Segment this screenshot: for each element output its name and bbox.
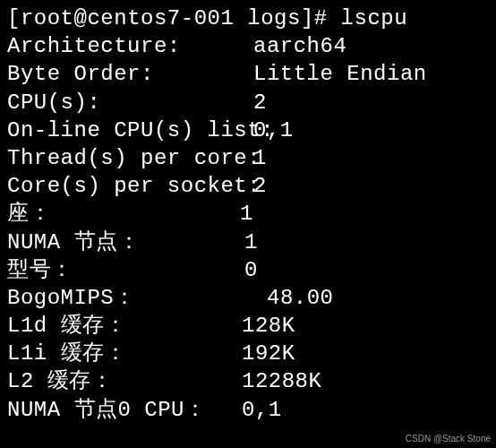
output-label: Thread(s) per core:: [7, 144, 253, 172]
prompt-host: centos7-001: [87, 6, 234, 30]
output-value: 0: [244, 256, 496, 284]
output-row: CPU(s):2: [7, 89, 496, 116]
output-label: 座：: [7, 200, 240, 228]
output-label: Core(s) per socket:: [7, 172, 253, 200]
output-value: 1: [253, 144, 496, 172]
prompt-cwd: logs: [247, 6, 301, 30]
output-value: Little Endian: [253, 60, 496, 88]
output-label: NUMA 节点：: [7, 228, 244, 256]
output-row: BogoMIPS：48.00: [7, 284, 496, 312]
output-label: L2 缓存：: [7, 367, 242, 395]
output-value: 192K: [242, 340, 496, 367]
prompt-symbol: #: [314, 6, 328, 30]
output-value: 2: [253, 172, 496, 200]
output-label: 型号：: [7, 256, 244, 284]
output-row: NUMA 节点：1: [7, 228, 496, 256]
output-value: 1: [240, 200, 496, 228]
output-row: L1i 缓存：192K: [7, 340, 496, 367]
lscpu-output: Architecture:aarch64Byte Order:Little En…: [7, 32, 496, 424]
output-label: L1i 缓存：: [7, 340, 242, 367]
watermark: CSDN @Stack Stone: [406, 433, 491, 444]
prompt-at: @: [74, 6, 88, 30]
output-label: On-line CPU(s) list:: [7, 116, 253, 144]
output-value: 0,1: [253, 116, 496, 144]
command: lscpu: [341, 6, 408, 30]
output-value: aarch64: [253, 32, 496, 60]
output-row: On-line CPU(s) list:0,1: [7, 116, 496, 144]
output-row: Byte Order:Little Endian: [7, 60, 496, 88]
output-label: L1d 缓存：: [7, 312, 242, 340]
prompt-open-bracket: [: [7, 6, 21, 30]
output-value: 48.00: [267, 284, 496, 312]
output-row: 座：1: [7, 200, 496, 228]
prompt-close-bracket: ]: [301, 6, 314, 30]
output-row: L2 缓存：12288K: [7, 367, 496, 395]
output-value: 0,1: [242, 396, 496, 424]
output-value: 1: [244, 228, 496, 256]
prompt-user: root: [21, 6, 74, 30]
output-row: Core(s) per socket:2: [7, 172, 496, 200]
output-label: CPU(s):: [7, 89, 253, 116]
output-row: Architecture:aarch64: [7, 32, 496, 60]
output-label: Architecture:: [7, 32, 253, 60]
output-row: L1d 缓存：128K: [7, 312, 496, 340]
output-label: NUMA 节点0 CPU：: [7, 396, 242, 424]
output-value: 12288K: [242, 367, 496, 395]
output-value: 2: [253, 89, 496, 116]
output-row: Thread(s) per core:1: [7, 144, 496, 172]
output-label: Byte Order:: [7, 60, 253, 88]
shell-prompt[interactable]: [root@centos7-001 logs]# lscpu: [7, 4, 496, 32]
output-row: NUMA 节点0 CPU：0,1: [7, 396, 496, 424]
output-label: BogoMIPS：: [7, 284, 267, 312]
output-row: 型号：0: [7, 256, 496, 284]
output-value: 128K: [242, 312, 496, 340]
